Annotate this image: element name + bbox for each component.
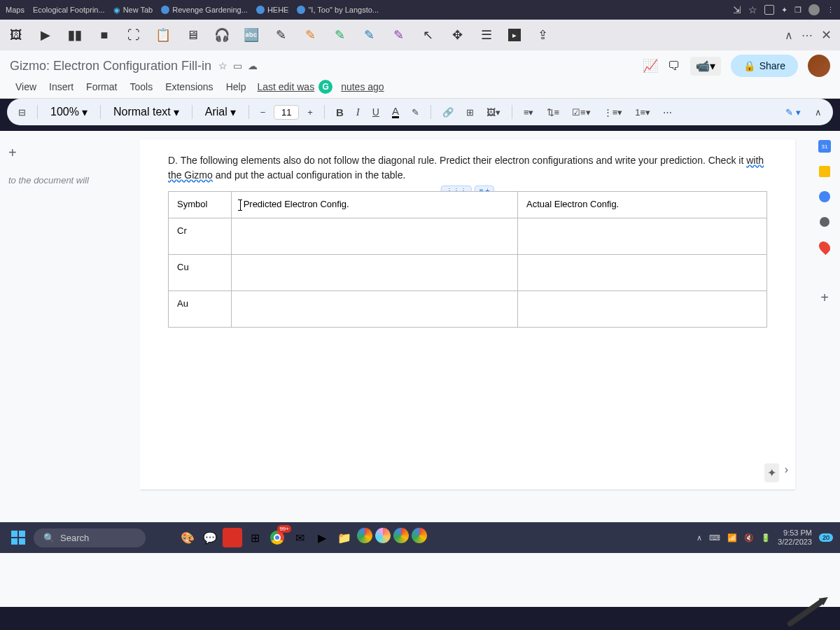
image-icon[interactable]: 🖼 bbox=[8, 27, 24, 43]
font-size-increase[interactable]: + bbox=[303, 104, 317, 120]
select-icon[interactable]: ⛶ bbox=[126, 27, 141, 43]
table-row[interactable]: Cr bbox=[169, 218, 767, 254]
browser-tab[interactable]: "I, Too" by Langsto... bbox=[297, 6, 379, 14]
tray-keyboard-icon[interactable]: ⌨ bbox=[709, 533, 720, 542]
menu-view[interactable]: View bbox=[10, 78, 42, 95]
taskbar-app-icon[interactable]: ⊞ bbox=[245, 528, 265, 547]
table-cell[interactable] bbox=[518, 290, 767, 327]
font-dropdown[interactable]: Arial▾ bbox=[200, 103, 241, 122]
insert-comment-button[interactable]: ⊞ bbox=[462, 104, 478, 120]
taskbar-app-icon[interactable] bbox=[357, 528, 372, 543]
tray-wifi-icon[interactable]: 📶 bbox=[727, 533, 737, 542]
extension-icon[interactable]: ⇲ bbox=[733, 4, 741, 15]
list-icon[interactable]: ☰ bbox=[479, 27, 494, 43]
chevron-right-icon[interactable]: › bbox=[785, 463, 788, 482]
extension-icon[interactable] bbox=[764, 5, 774, 15]
table-cell[interactable] bbox=[232, 254, 518, 290]
taskbar-search[interactable]: 🔍 Search bbox=[34, 528, 146, 547]
table-cell[interactable] bbox=[232, 290, 518, 327]
extensions-puzzle-icon[interactable]: ✦ bbox=[781, 6, 788, 15]
more-format-button[interactable]: ⋯ bbox=[659, 104, 676, 120]
taskbar-app-icon[interactable] bbox=[223, 528, 242, 547]
document-title[interactable]: Gizmo: Electron Configuration Fill-in bbox=[10, 59, 211, 74]
more-icon[interactable]: ⋯ bbox=[802, 29, 813, 42]
highlight-button[interactable]: ✎ bbox=[407, 104, 424, 120]
star-icon[interactable]: ☆ bbox=[218, 60, 227, 71]
keep-icon[interactable] bbox=[818, 164, 832, 178]
table-cell[interactable] bbox=[518, 254, 767, 290]
trending-icon[interactable]: 📈 bbox=[643, 58, 658, 74]
move-icon[interactable]: ✥ bbox=[449, 27, 465, 43]
taskbar-app-icon[interactable]: ▶ bbox=[312, 528, 332, 547]
notification-badge[interactable]: 20 bbox=[819, 533, 833, 542]
extension-icon[interactable]: ☆ bbox=[748, 4, 757, 15]
profile-icon[interactable] bbox=[808, 4, 820, 15]
tray-chevron-icon[interactable]: ∧ bbox=[696, 533, 702, 542]
pen-icon[interactable]: ✎ bbox=[391, 27, 406, 43]
calendar-icon[interactable]: 31 bbox=[818, 139, 832, 153]
pen-icon[interactable]: ✎ bbox=[302, 27, 318, 43]
pen-icon[interactable]: ✎ bbox=[361, 27, 377, 43]
last-edit-link[interactable]: Last edit was bbox=[257, 81, 314, 92]
bold-button[interactable]: B bbox=[332, 104, 348, 121]
stop-icon[interactable]: ■ bbox=[97, 27, 112, 43]
taskbar-app-icon[interactable]: 📁 bbox=[335, 528, 354, 547]
text-color-button[interactable]: A bbox=[388, 103, 403, 121]
taskbar-app-icon[interactable]: 💬 bbox=[200, 528, 220, 547]
pen-icon[interactable]: ✎ bbox=[332, 27, 347, 43]
pen-icon[interactable]: ✎ bbox=[273, 27, 288, 43]
taskbar-clock[interactable]: 9:53 PM 3/22/2023 bbox=[778, 528, 812, 547]
last-edit-link[interactable]: nutes ago bbox=[341, 81, 384, 92]
table-cell[interactable] bbox=[232, 218, 518, 254]
meet-icon[interactable]: 📹▾ bbox=[690, 57, 721, 76]
editing-mode-button[interactable]: ✎ ▾ bbox=[781, 104, 805, 120]
table-cell[interactable]: Au bbox=[169, 290, 232, 327]
align-button[interactable]: ≡▾ bbox=[519, 104, 538, 120]
font-size-decrease[interactable]: − bbox=[256, 104, 270, 120]
table-cell[interactable]: Cr bbox=[169, 218, 232, 254]
menu-help[interactable]: Help bbox=[220, 78, 252, 95]
start-button[interactable] bbox=[7, 526, 29, 549]
next-icon[interactable]: ▸ bbox=[508, 29, 521, 41]
monitor-icon[interactable]: 🖥 bbox=[185, 27, 200, 43]
clipboard-icon[interactable]: 📋 bbox=[155, 27, 171, 43]
upload-icon[interactable]: ⇪ bbox=[535, 27, 550, 43]
browser-tab[interactable]: Maps bbox=[6, 6, 24, 14]
line-spacing-button[interactable]: ⇅≡ bbox=[542, 104, 564, 120]
collapse-icon[interactable]: ∧ bbox=[785, 29, 793, 42]
italic-button[interactable]: I bbox=[352, 104, 364, 121]
table-cell[interactable]: Cu bbox=[169, 254, 232, 290]
outline-toggle-icon[interactable]: ⊟ bbox=[14, 104, 30, 120]
add-outline-button[interactable]: + bbox=[8, 145, 132, 161]
insert-image-button[interactable]: 🖼▾ bbox=[482, 104, 505, 120]
menu-format[interactable]: Format bbox=[80, 78, 122, 95]
tray-battery-icon[interactable]: 🔋 bbox=[761, 533, 771, 542]
underline-button[interactable]: U bbox=[368, 104, 384, 120]
taskbar-app-icon[interactable] bbox=[375, 528, 391, 543]
electron-config-table[interactable]: Symbol Predicted Electron Config. Actual… bbox=[168, 191, 767, 328]
collapse-toolbar-icon[interactable]: ∧ bbox=[811, 104, 826, 120]
headphones-icon[interactable]: 🎧 bbox=[214, 27, 230, 43]
zoom-dropdown[interactable]: 100%▾ bbox=[45, 103, 93, 122]
close-icon[interactable]: ✕ bbox=[821, 27, 832, 43]
browser-tab[interactable]: Ecological Footprin... bbox=[33, 6, 105, 14]
explore-button[interactable]: ✦ bbox=[764, 463, 779, 482]
font-size-input[interactable]: 11 bbox=[274, 105, 299, 120]
menu-tools[interactable]: Tools bbox=[124, 78, 158, 95]
taskbar-app-icon[interactable] bbox=[267, 528, 287, 547]
table-cell[interactable] bbox=[518, 218, 767, 254]
move-folder-icon[interactable]: ▭ bbox=[233, 60, 242, 71]
grammarly-icon[interactable]: G bbox=[318, 80, 332, 94]
user-avatar[interactable] bbox=[808, 55, 830, 77]
play-icon[interactable]: ▶ bbox=[38, 27, 53, 43]
tasks-icon[interactable] bbox=[818, 190, 832, 204]
kebab-menu-icon[interactable]: ⋮ bbox=[827, 6, 834, 15]
tray-volume-icon[interactable]: 🔇 bbox=[744, 533, 754, 542]
taskbar-app-icon[interactable]: ✉ bbox=[290, 528, 309, 547]
comment-history-icon[interactable]: 🗨 bbox=[668, 59, 680, 74]
menu-extensions[interactable]: Extensions bbox=[160, 78, 218, 95]
share-button[interactable]: 🔒 Share bbox=[731, 55, 798, 77]
browser-tab[interactable]: HEHE bbox=[256, 6, 289, 14]
document-page[interactable]: D. The following elements also do not fo… bbox=[140, 139, 795, 489]
table-row[interactable]: Cu bbox=[169, 254, 767, 290]
